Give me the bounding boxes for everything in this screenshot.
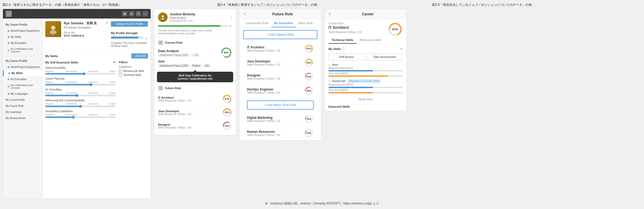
future-role-header: Future Role xyxy=(158,85,232,91)
future-role-info: Java Developer Skills Required: Python, … xyxy=(158,110,222,116)
filter-checkbox[interactable]: ✓ xyxy=(119,73,122,76)
skills-label: Skills xyxy=(158,60,232,63)
upload-icon[interactable]: ↑ xyxy=(143,11,148,16)
info-icon: ⓘ xyxy=(342,47,345,51)
role-list-name: IT Architect xyxy=(247,46,304,49)
current-role-label: Current Role xyxy=(328,22,362,25)
panel4-back-button[interactable]: < xyxy=(328,12,331,16)
current-role-pct: 80% xyxy=(224,51,229,54)
panel3-back-button[interactable]: < xyxy=(243,12,246,16)
tab-label: Moon Shot xyxy=(299,21,313,25)
panel2-arrow-icon[interactable]: › xyxy=(231,15,232,19)
skill-tag-python: Python xyxy=(191,64,202,68)
add-skill-button[interactable]: + Add Skill xyxy=(131,53,148,58)
future-role-skills: Skills Required: Python, +10 xyxy=(158,126,222,129)
skills-tabs: Technical Skills Behavioral Skills xyxy=(328,37,403,44)
fig2-label: 図2-4「将来的に希望するジョブ／ポジションについてのデータ」の例 xyxy=(217,3,427,7)
home-icon[interactable]: 🏠 xyxy=(122,11,127,16)
role-list-name: Digital Marketing xyxy=(247,116,304,120)
profile-edit-icon[interactable]: ✏ xyxy=(106,21,108,37)
sidebar-label: Work/Project Experience xyxy=(11,29,40,32)
strength-check-icon: ✓ xyxy=(145,36,148,40)
tab-moon-shot[interactable]: Moon Shot xyxy=(296,19,315,27)
sidebar-item-assessments[interactable]: My Assessments xyxy=(3,115,42,121)
my-skills-header: My Skills ⓘ + xyxy=(328,47,403,51)
categories-label: Categories xyxy=(119,65,148,68)
add-skill-plus-button[interactable]: + xyxy=(400,47,403,51)
sidebar-label: My Career Profile xyxy=(6,60,27,62)
add-aspired-role-button[interactable]: + Add Aspired Role xyxy=(243,30,317,39)
sidebar-item-learnings[interactable]: My Learnings xyxy=(3,109,42,115)
svg-point-7 xyxy=(161,18,165,20)
future-role-name: Java Developer xyxy=(158,110,222,113)
svg-rect-0 xyxy=(7,12,8,13)
tab-recommended-role[interactable]: commended Role xyxy=(243,19,271,27)
settings-icon[interactable]: ⚙ xyxy=(136,11,141,16)
fig3-label: 図2-5「現在担当しているジョブ／ポジションについてのデータ」の例 xyxy=(432,3,641,7)
skills-tags: JavaServer Faces (JSF) Python +10 xyxy=(158,64,232,68)
sidebar-item-future-role[interactable]: My Future Role xyxy=(3,103,42,109)
svg-rect-14 xyxy=(159,87,160,88)
show-more-button[interactable]: Show more xyxy=(328,96,403,103)
bottom-note: ※「entomoの画面の例」entomo（formerly KPISOFT）ht… xyxy=(3,201,641,206)
skill-dot xyxy=(83,72,85,75)
skill-bar-track xyxy=(45,73,116,75)
expected-skills-title: Expected Skills xyxy=(328,105,403,108)
sidebar-label: My Certifications and Licenses xyxy=(10,48,40,53)
sidebar-label: My Education xyxy=(11,78,27,81)
filter-behavioural[interactable]: ✓ Behavioural Skills xyxy=(119,69,148,72)
current-role-body: Data Analyst JavaServer Faces (JSF), +10… xyxy=(158,47,232,58)
sidebar-item-skills-2[interactable]: My Skills xyxy=(3,70,42,76)
future-role-item-designer: Designer Skills Required: Python, +10 32… xyxy=(158,119,232,133)
sidebar-item-skills-1[interactable]: My Skills xyxy=(3,34,42,40)
sidebar-item-work-exp-1[interactable]: Work/Project Experience xyxy=(3,28,42,34)
add-moon-shot-button[interactable]: + Add Moon Shot Role xyxy=(247,101,314,110)
panel3-circle-67: 67% xyxy=(304,44,314,53)
take-assessment-button[interactable]: Take Assessment xyxy=(367,53,403,60)
svg-rect-15 xyxy=(161,87,162,88)
tab-technical-skills[interactable]: Technical Skills xyxy=(328,37,357,44)
skill-tag-jsf: JavaServer Faces (JSF) xyxy=(158,64,190,68)
future-role-item-java: Java Developer Skills Required: Python, … xyxy=(158,106,232,119)
sidebar-item-work-exp-2[interactable]: Work/Project Experience xyxy=(3,64,42,70)
sidebar-item-career-profile-2[interactable]: My Career Profile xyxy=(3,58,42,64)
filter-technical[interactable]: ✓ Technical Skills xyxy=(119,73,148,76)
skill-bar-required-js xyxy=(328,87,403,88)
sidebar-dot xyxy=(8,42,9,44)
profile-title: PN Solution Evangelist xyxy=(64,26,102,29)
tab-my-aspiration[interactable]: My Aspiration xyxy=(271,19,296,27)
sidebar-label: My Languages xyxy=(11,92,28,95)
self-assessed-edit-icon[interactable]: ✏ xyxy=(113,61,116,64)
future-role-info: Designer Skills Required: Python, +10 xyxy=(158,123,222,129)
panel3-pct: 32% xyxy=(307,75,311,78)
sidebar-item-languages[interactable]: My Languages xyxy=(3,91,42,97)
sidebar-item-career-profile-1[interactable]: My Career Profile xyxy=(3,22,42,28)
sidebar-item-certs-1[interactable]: My Certifications and Licenses xyxy=(3,46,42,54)
assess-buttons: Self Assess Take Assessment xyxy=(328,53,403,60)
sidebar-item-education-1[interactable]: My Education xyxy=(3,40,42,46)
tab-behavioral-skills[interactable]: Behavioral Skills xyxy=(357,37,384,44)
about-me-name: RYO TAMIOKA xyxy=(64,34,102,37)
sidebar-item-current-role[interactable]: My Current Role xyxy=(3,97,42,103)
filters-title: Filters xyxy=(119,61,148,64)
sidebar-item-education-2[interactable]: My Education xyxy=(3,76,42,82)
sidebar-item-certs-2[interactable]: My Certifications and Licenses xyxy=(3,82,42,91)
filter-checkbox[interactable]: ✓ xyxy=(119,69,122,72)
panel3-header: < Future Role xyxy=(240,9,321,19)
page-wrapper: 図2-3「保有スキルに関するデータ」の例（筆者自身の「保有スキル」の一覧画面） … xyxy=(0,0,644,209)
skill-dot xyxy=(72,116,75,119)
tab-label: My Aspiration xyxy=(274,21,293,25)
grid-icon[interactable]: ⊞ xyxy=(129,11,134,16)
panel4: < Career Current Role IT Architect Skill… xyxy=(325,9,407,111)
upload-cv-button[interactable]: Upload Your CV Profile xyxy=(111,21,148,27)
profile-strength: My Profile Strength ✓ Congrats! You have… xyxy=(111,31,148,47)
current-role-progress-circle: 80% xyxy=(220,47,232,58)
panel3-circle-10a: 10% xyxy=(304,114,314,124)
avatar xyxy=(45,21,61,37)
role-list-skills: Skills Required: Python, +10 xyxy=(247,77,304,80)
my-skills-section-title: My Skills + Add Skill xyxy=(45,53,148,58)
self-assessed-title: My Self Assessed Skills ✏ xyxy=(45,61,116,64)
self-assess-button[interactable]: Self Assess xyxy=(328,53,364,60)
current-role-skills-p4: Skills Required: Python, +10 xyxy=(328,31,362,34)
svg-rect-2 xyxy=(7,14,8,15)
